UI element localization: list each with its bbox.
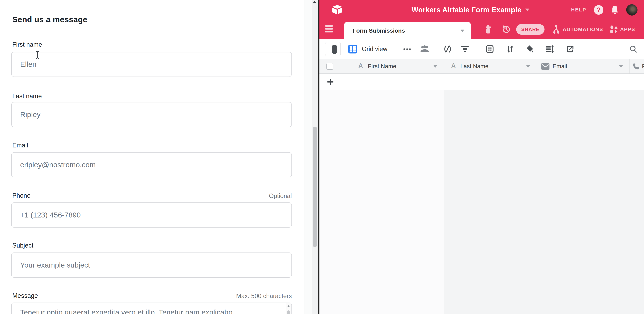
scroll-up-icon[interactable] (287, 305, 290, 307)
grid-body-background (444, 90, 644, 314)
tab-label: Form Submissions (353, 27, 405, 34)
email-input[interactable] (11, 152, 292, 177)
color-button[interactable] (525, 39, 534, 59)
subject-label: Subject (12, 242, 33, 249)
column-header-phone[interactable]: P (642, 63, 644, 70)
phone-optional-hint: Optional (269, 192, 292, 200)
chevron-down-icon (525, 9, 529, 11)
view-toolbar: Grid view (320, 39, 644, 59)
message-textarea[interactable]: Tenetur optio quaerat expedita vero et i… (11, 302, 292, 314)
automations-button[interactable]: AUTOMATIONS (552, 20, 603, 39)
tab-form-submissions[interactable]: Form Submissions (344, 22, 471, 39)
message-scroll-thumb[interactable] (287, 310, 290, 314)
chevron-down-icon (460, 30, 464, 32)
first-name-input[interactable] (11, 52, 292, 77)
menu-icon[interactable] (325, 25, 333, 33)
column-header-last-name[interactable]: Last Name (460, 63, 488, 70)
first-name-label: First name (12, 41, 42, 48)
sidebar-toggle-button[interactable] (325, 42, 341, 56)
history-button[interactable] (502, 20, 511, 39)
text-field-icon: A (451, 62, 456, 69)
apps-button[interactable]: APPS (610, 20, 635, 39)
avatar[interactable] (626, 4, 638, 16)
grid-column-divider (444, 90, 444, 314)
window-divider (318, 0, 320, 314)
help-button[interactable]: HELP (571, 7, 586, 13)
table-tabbar: Form Submissions SHARE (320, 20, 644, 39)
plus-icon (327, 79, 334, 85)
message-scrollbar[interactable] (286, 303, 291, 314)
phone-label: Phone (12, 192, 30, 199)
grid-view-icon (348, 39, 357, 59)
text-cursor-icon (35, 51, 40, 59)
page-scrollbar[interactable] (304, 0, 318, 314)
share-button[interactable]: SHARE (516, 24, 544, 35)
share-view-button[interactable] (566, 39, 574, 59)
phone-input[interactable] (11, 202, 292, 227)
email-field-icon (541, 63, 550, 70)
contact-form-pane: Send us a message First name Last name E… (0, 0, 304, 314)
automations-label: AUTOMATIONS (562, 27, 603, 32)
airtable-pane: Workers Airtable Form Example HELP ? For (320, 0, 644, 314)
column-header-email[interactable]: Email (552, 63, 567, 70)
grid-body-primary-column (320, 90, 444, 314)
last-name-input[interactable] (11, 102, 292, 127)
base-title: Workers Airtable Form Example (412, 6, 522, 14)
add-row[interactable] (320, 74, 644, 90)
text-field-icon: A (358, 62, 363, 69)
help-question-icon[interactable]: ? (594, 5, 604, 15)
more-options-button[interactable] (404, 39, 411, 59)
chevron-down-icon[interactable] (619, 65, 623, 68)
sort-button[interactable] (506, 39, 514, 59)
screen: Send us a message First name Last name E… (0, 0, 644, 314)
collaborators-button[interactable] (420, 39, 430, 59)
trash-button[interactable] (484, 20, 492, 39)
apps-label: APPS (620, 27, 635, 32)
row-height-button[interactable] (545, 39, 554, 59)
subject-input[interactable] (11, 252, 292, 278)
message-text: Tenetur optio quaerat expedita vero et i… (20, 308, 232, 314)
apps-icon (610, 25, 618, 34)
view-name-button[interactable]: Grid view (362, 39, 387, 59)
message-label: Message (12, 292, 38, 299)
form-heading: Send us a message (12, 15, 87, 24)
group-button[interactable] (485, 39, 494, 59)
bell-icon[interactable] (611, 5, 619, 15)
hide-fields-button[interactable] (443, 39, 452, 59)
last-name-label: Last name (12, 93, 42, 100)
column-header-first-name[interactable]: First Name (368, 63, 396, 70)
select-all-checkbox[interactable] (326, 63, 333, 70)
search-button[interactable] (629, 39, 638, 59)
phone-field-icon (632, 63, 640, 70)
airtable-logo-icon[interactable] (332, 5, 343, 15)
chevron-down-icon[interactable] (526, 65, 530, 68)
toolbar-divider (436, 45, 436, 53)
airtable-topbar: Workers Airtable Form Example HELP ? (320, 0, 644, 20)
chevron-down-icon[interactable] (434, 65, 437, 68)
ellipsis-icon (404, 48, 411, 50)
automations-icon (552, 25, 560, 34)
page-scroll-thumb[interactable] (313, 127, 317, 247)
base-title-group[interactable]: Workers Airtable Form Example (412, 0, 529, 20)
message-max-hint: Max. 500 characters (236, 292, 292, 300)
scroll-up-icon[interactable] (312, 1, 317, 4)
email-label: Email (12, 142, 28, 149)
filter-button[interactable] (461, 39, 469, 59)
grid-header-row: A First Name A Last Name Email P (320, 59, 644, 74)
